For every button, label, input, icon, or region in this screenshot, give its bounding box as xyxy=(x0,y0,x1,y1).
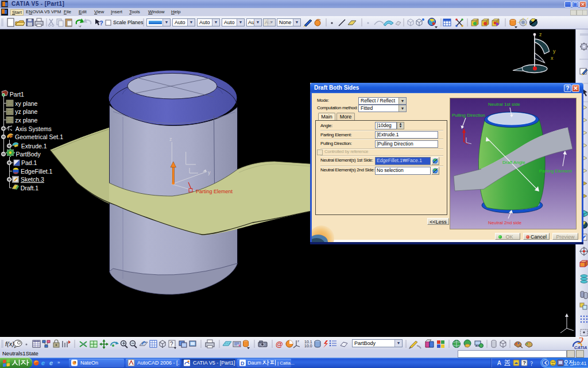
svg-text:yz plane: yz plane xyxy=(15,108,37,115)
svg-text:A: A xyxy=(497,360,501,366)
svg-text:Neutral 2nd side: Neutral 2nd side xyxy=(488,220,522,225)
svg-text:Parting Element: Parting Element xyxy=(196,189,233,194)
svg-text:z: z xyxy=(169,136,172,142)
svg-text:PartBody: PartBody xyxy=(16,151,41,158)
svg-text:10:41: 10:41 xyxy=(574,361,587,366)
svg-text:Neutral 1st side: Neutral 1st side xyxy=(488,102,520,107)
svg-text:e: e xyxy=(41,359,45,366)
svg-text:f(x): f(x) xyxy=(5,340,14,347)
svg-text:@: @ xyxy=(276,340,283,348)
svg-text:Pad.1: Pad.1 xyxy=(21,159,37,166)
svg-text:Part1: Part1 xyxy=(10,91,24,98)
svg-text:?: ? xyxy=(523,360,527,366)
svg-text:?: ? xyxy=(170,341,173,347)
svg-text:Parting Element: Parting Element xyxy=(539,168,572,174)
svg-text:10.1: 10.1 xyxy=(304,340,312,344)
svg-text:10.0: 10.0 xyxy=(304,344,312,348)
svg-text:Axis Systems: Axis Systems xyxy=(16,125,52,132)
svg-text:?: ? xyxy=(99,20,103,26)
svg-text:D: D xyxy=(241,361,245,366)
svg-text:z: z xyxy=(539,32,542,37)
svg-text:Draft Angle: Draft Angle xyxy=(502,160,525,165)
svg-text:e: e xyxy=(49,359,53,366)
svg-text:y: y xyxy=(208,170,211,175)
svg-text:Pulling Direction: Pulling Direction xyxy=(452,113,485,118)
svg-text:xy plane: xy plane xyxy=(15,100,37,107)
svg-text:Geometrical Set.1: Geometrical Set.1 xyxy=(15,133,63,140)
svg-text:EdgeFillet.1: EdgeFillet.1 xyxy=(21,168,53,175)
svg-text:z: z xyxy=(297,339,299,343)
svg-text:Extrude.1: Extrude.1 xyxy=(21,143,47,150)
svg-text:y: y xyxy=(553,48,556,54)
svg-text:Draft.1: Draft.1 xyxy=(21,185,39,191)
svg-text:| Catia...: | Catia... xyxy=(277,361,295,366)
svg-text:x: x xyxy=(551,55,554,61)
svg-text:Sketch.3: Sketch.3 xyxy=(21,176,44,183)
svg-text:»: » xyxy=(57,360,60,365)
svg-text:Scale Planes: Scale Planes xyxy=(113,20,144,25)
svg-text:zx plane: zx plane xyxy=(15,117,37,124)
